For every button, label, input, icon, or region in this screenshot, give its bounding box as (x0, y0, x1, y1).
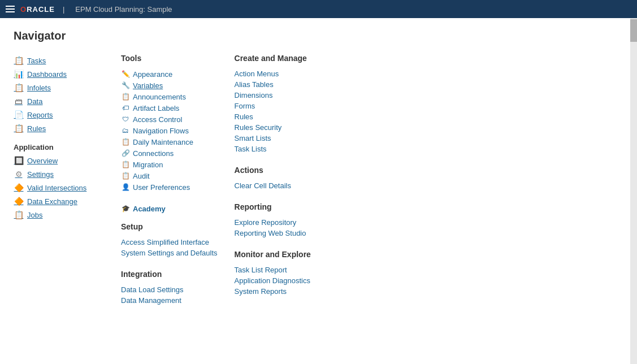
sidebar-label-jobs: Jobs (27, 211, 42, 219)
actions-link-clear-cell[interactable]: Clear Cell Details (235, 180, 331, 191)
tools-label-variables: Variables (133, 81, 163, 90)
hamburger-menu-icon[interactable] (6, 6, 15, 12)
reports-icon: 📄 (14, 110, 24, 120)
tools-link-access-control[interactable]: 🛡 Access Control (121, 114, 218, 125)
tools-link-announcements[interactable]: 📋 Announcements (121, 91, 218, 102)
page-title: Navigator (14, 29, 608, 42)
tools-label-appearance: Appearance (133, 70, 172, 79)
monitor-and-explore-heading: Monitor and Explore (235, 250, 331, 259)
sidebar-item-data-exchange[interactable]: 🔶 Data Exchange (14, 194, 110, 208)
academy-link[interactable]: 🎓 Academy (121, 204, 218, 213)
tools-label-access-control: Access Control (133, 115, 182, 124)
sidebar-item-valid-intersections[interactable]: 🔶 Valid Intersections (14, 181, 110, 194)
me-link-task-list-report[interactable]: Task List Report (235, 265, 331, 275)
cam-link-action-menus[interactable]: Action Menus (235, 68, 331, 79)
me-link-system-reports[interactable]: System Reports (235, 286, 331, 297)
sidebar-label-data-exchange: Data Exchange (27, 197, 77, 206)
cam-label-smart-lists: Smart Lists (235, 134, 271, 142)
cam-link-task-lists[interactable]: Task Lists (235, 144, 331, 154)
sidebar-item-infolets[interactable]: 📋 Infolets (14, 81, 110, 94)
tools-link-navigation-flows[interactable]: 🗂 Navigation Flows (121, 125, 218, 136)
setup-label-system-settings: System Settings and Defaults (121, 249, 218, 257)
integration-heading: Integration (121, 270, 218, 279)
actions-heading: Actions (235, 166, 331, 175)
sidebar-label-valid-intersections: Valid Intersections (27, 184, 86, 192)
sidebar-item-tasks[interactable]: 📋 Tasks (14, 54, 110, 67)
tools-link-daily-maintenance[interactable]: 📋 Daily Maintenance (121, 136, 218, 148)
setup-label-access-simplified: Access Simplified Interface (121, 238, 209, 246)
dashboards-icon: 📊 (14, 69, 24, 79)
cam-link-alias-tables[interactable]: Alias Tables (235, 79, 331, 90)
cam-link-forms[interactable]: Forms (235, 101, 331, 111)
me-link-app-diagnostics[interactable]: Application Diagnostics (235, 275, 331, 286)
audit-icon: 📋 (121, 171, 130, 180)
integration-label-data-management: Data Management (121, 296, 181, 305)
valid-intersections-icon: 🔶 (14, 183, 24, 193)
setup-link-system-settings[interactable]: System Settings and Defaults (121, 248, 218, 258)
tools-label-announcements: Announcements (133, 93, 186, 101)
reporting-link-explore-repo[interactable]: Explore Repository (235, 217, 331, 228)
artifact-labels-icon: 🏷 (121, 103, 130, 112)
cam-link-rules-security[interactable]: Rules Security (235, 122, 331, 133)
navigator-grid: 📋 Tasks 📊 Dashboards 📋 Infolets 🗃 Data 📄… (14, 54, 608, 317)
tools-link-user-preferences[interactable]: 👤 User Preferences (121, 181, 218, 193)
cam-link-smart-lists[interactable]: Smart Lists (235, 133, 331, 144)
settings-icon: ⚙ (14, 169, 24, 179)
tools-link-connections[interactable]: 🔗 Connections (121, 148, 218, 159)
tools-label-migration: Migration (133, 161, 163, 169)
sidebar-item-jobs[interactable]: 📋 Jobs (14, 208, 110, 222)
tools-label-navigation-flows: Navigation Flows (133, 127, 189, 135)
app-title: EPM Cloud Planning: Sample (75, 5, 172, 14)
tools-label-artifact-labels: Artifact Labels (133, 104, 179, 112)
tools-link-migration[interactable]: 📋 Migration (121, 159, 218, 170)
reporting-section: Reporting Explore Repository Reporting W… (235, 202, 331, 239)
sidebar-item-dashboards[interactable]: 📊 Dashboards (14, 67, 110, 81)
sidebar-label-reports: Reports (27, 111, 53, 119)
right-scrollbar[interactable] (630, 18, 637, 328)
user-preferences-icon: 👤 (121, 183, 130, 192)
integration-link-data-management[interactable]: Data Management (121, 295, 218, 306)
cam-label-task-lists: Task Lists (235, 145, 267, 153)
tools-link-audit[interactable]: 📋 Audit (121, 170, 218, 181)
integration-label-data-load: Data Load Settings (121, 285, 184, 294)
cam-label-action-menus: Action Menus (235, 70, 279, 78)
integration-link-data-load[interactable]: Data Load Settings (121, 284, 218, 295)
variables-icon: 🔧 (121, 81, 130, 90)
tools-label-audit: Audit (133, 172, 150, 180)
overview-icon: 🔲 (14, 155, 24, 166)
cam-link-rules[interactable]: Rules (235, 111, 331, 122)
sidebar-label-tasks: Tasks (27, 57, 46, 65)
setup-link-access-simplified[interactable]: Access Simplified Interface (121, 237, 218, 248)
tools-link-variables[interactable]: 🔧 Variables (121, 80, 218, 91)
tools-column: Tools ✏️ Appearance 🔧 Variables 📋 Announ… (121, 54, 235, 317)
sidebar-item-reports[interactable]: 📄 Reports (14, 108, 110, 122)
tools-label-connections: Connections (133, 149, 174, 158)
academy-label: Academy (133, 205, 166, 213)
create-and-manage-column: Create and Manage Action Menus Alias Tab… (235, 54, 348, 317)
appearance-icon: ✏️ (121, 70, 130, 79)
reporting-link-web-studio[interactable]: Reporting Web Studio (235, 228, 331, 239)
oracle-logo: ORACLE (20, 5, 55, 14)
reporting-label-web-studio: Reporting Web Studio (235, 229, 306, 237)
setup-heading: Setup (121, 222, 218, 231)
me-label-system-reports: System Reports (235, 287, 287, 296)
sidebar-item-data[interactable]: 🗃 Data (14, 94, 110, 108)
actions-section: Actions Clear Cell Details (235, 166, 331, 191)
tools-label-daily-maintenance: Daily Maintenance (133, 138, 193, 146)
tools-links: ✏️ Appearance 🔧 Variables 📋 Announcement… (121, 68, 218, 193)
integration-section: Integration Data Load Settings Data Mana… (121, 270, 218, 306)
tools-link-appearance[interactable]: ✏️ Appearance (121, 68, 218, 80)
sidebar-item-overview[interactable]: 🔲 Overview (14, 154, 110, 167)
tools-link-artifact-labels[interactable]: 🏷 Artifact Labels (121, 102, 218, 114)
cam-label-rules: Rules (235, 112, 253, 121)
columns-area: Tools ✏️ Appearance 🔧 Variables 📋 Announ… (121, 54, 608, 317)
scrollbar-thumb[interactable] (630, 19, 637, 42)
sidebar-item-rules[interactable]: 📋 Rules (14, 122, 110, 135)
cam-label-rules-security: Rules Security (235, 123, 282, 132)
reporting-heading: Reporting (235, 202, 331, 211)
cam-link-dimensions[interactable]: Dimensions (235, 90, 331, 101)
me-label-task-list-report: Task List Report (235, 266, 287, 274)
tasks-icon: 📋 (14, 55, 24, 66)
tools-label-user-preferences: User Preferences (133, 183, 190, 192)
sidebar-item-settings[interactable]: ⚙ Settings (14, 167, 110, 181)
